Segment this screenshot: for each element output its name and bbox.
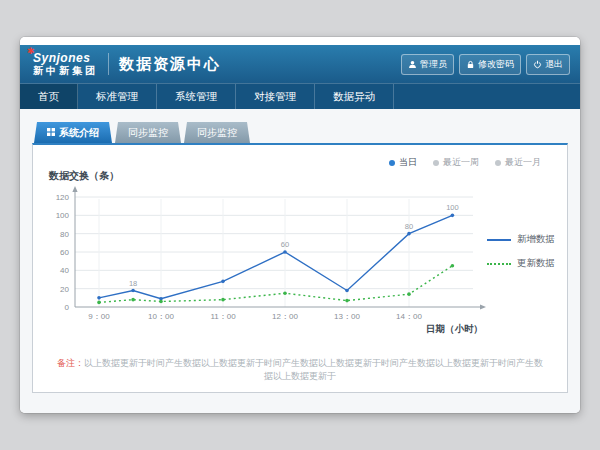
legend-today-label: 当日: [399, 156, 417, 169]
series-legend: 新增数据 更新数据: [487, 233, 555, 270]
svg-text:11：00: 11：00: [210, 312, 236, 321]
lock-icon: [466, 60, 475, 69]
svg-text:100: 100: [56, 211, 70, 220]
dotted-line-icon: [487, 263, 511, 265]
legend-dot-gray: [433, 160, 439, 166]
svg-text:10：00: 10：00: [148, 312, 174, 321]
svg-text:100: 100: [446, 203, 459, 212]
svg-text:40: 40: [60, 266, 69, 275]
legend-dot-blue: [389, 160, 395, 166]
footnote-text: 以上数据更新于时间产生数据以上数据更新于时间产生数据以上数据更新于时间产生数据以…: [84, 358, 543, 381]
logo: ✱ Synjones 新中新集团: [30, 52, 98, 76]
main-nav: 首页 标准管理 系统管理 对接管理 数据异动: [20, 83, 580, 109]
legend-last-month-label: 最近一月: [505, 156, 541, 169]
solid-line-icon: [487, 239, 511, 241]
change-password-button[interactable]: 修改密码: [459, 54, 521, 75]
brand: ✱ Synjones 新中新集团 数据资源中心: [30, 52, 221, 76]
nav-item-connection-mgmt[interactable]: 对接管理: [236, 84, 315, 109]
chart-panel: 当日 最近一周 最近一月 数据交换（条） 0204060801001209：00…: [32, 143, 568, 393]
svg-text:60: 60: [60, 248, 69, 257]
content-area: 系统介绍 同步监控 同步监控 当日 最近一周: [20, 109, 580, 413]
footnote-label: 备注：: [57, 358, 84, 368]
legend-new-data[interactable]: 新增数据: [487, 233, 555, 246]
power-icon: [533, 60, 542, 69]
svg-text:80: 80: [405, 222, 413, 231]
y-axis-title: 数据交换（条）: [49, 169, 119, 183]
screenshot-background: ✱ Synjones 新中新集团 数据资源中心 管理员: [0, 0, 600, 450]
legend-last-month[interactable]: 最近一月: [495, 156, 541, 169]
legend-last-week-label: 最近一周: [443, 156, 479, 169]
legend-updated-data[interactable]: 更新数据: [487, 257, 555, 270]
grid-icon: [47, 127, 55, 138]
app-header: ✱ Synjones 新中新集团 数据资源中心 管理员: [20, 45, 580, 83]
admin-button-label: 管理员: [420, 58, 447, 71]
user-icon: [408, 60, 417, 69]
legend-dot-gray: [495, 160, 501, 166]
window-top-strip: [20, 37, 580, 45]
tab-system-intro[interactable]: 系统介绍: [34, 122, 112, 143]
change-password-button-label: 修改密码: [478, 58, 514, 71]
legend-new-data-label: 新增数据: [517, 233, 555, 246]
logout-button-label: 退出: [545, 58, 563, 71]
svg-text:13：00: 13：00: [334, 312, 360, 321]
legend-today[interactable]: 当日: [389, 156, 417, 169]
logo-text-cn: 新中新集团: [33, 66, 98, 76]
period-legend: 当日 最近一周 最近一月: [389, 156, 541, 169]
legend-updated-data-label: 更新数据: [517, 257, 555, 270]
tab-label: 系统介绍: [59, 126, 99, 140]
logo-text-en: Synjones: [33, 52, 98, 64]
header-divider: [108, 53, 109, 75]
tab-label: 同步监控: [197, 126, 237, 140]
line-chart: 0204060801001209：0010：0011：0012：0013：001…: [41, 185, 501, 337]
nav-item-home[interactable]: 首页: [20, 84, 78, 109]
svg-text:日期（小时）: 日期（小时）: [426, 323, 483, 335]
tab-bar: 系统介绍 同步监控 同步监控: [32, 122, 568, 143]
svg-text:80: 80: [60, 230, 69, 239]
tab-sync-monitor-2[interactable]: 同步监控: [184, 122, 250, 143]
tab-label: 同步监控: [128, 126, 168, 140]
svg-text:0: 0: [65, 303, 70, 312]
svg-text:12：00: 12：00: [272, 312, 298, 321]
svg-text:18: 18: [129, 279, 137, 288]
nav-item-system-mgmt[interactable]: 系统管理: [157, 84, 236, 109]
logout-button[interactable]: 退出: [526, 54, 570, 75]
user-actions: 管理员 修改密码 退出: [401, 54, 570, 75]
svg-text:60: 60: [281, 240, 289, 249]
svg-text:20: 20: [60, 285, 69, 294]
svg-text:14：00: 14：00: [396, 312, 422, 321]
nav-item-standard-mgmt[interactable]: 标准管理: [78, 84, 157, 109]
legend-last-week[interactable]: 最近一周: [433, 156, 479, 169]
svg-text:9：00: 9：00: [88, 312, 110, 321]
page-title: 数据资源中心: [119, 55, 221, 74]
admin-button[interactable]: 管理员: [401, 54, 454, 75]
tab-sync-monitor-1[interactable]: 同步监控: [115, 122, 181, 143]
footnote: 备注：以上数据更新于时间产生数据以上数据更新于时间产生数据以上数据更新于时间产生…: [33, 357, 567, 383]
app-window: ✱ Synjones 新中新集团 数据资源中心 管理员: [20, 37, 580, 413]
svg-text:120: 120: [56, 193, 70, 202]
logo-mark-icon: ✱: [27, 47, 35, 56]
nav-item-data-change[interactable]: 数据异动: [315, 84, 394, 109]
